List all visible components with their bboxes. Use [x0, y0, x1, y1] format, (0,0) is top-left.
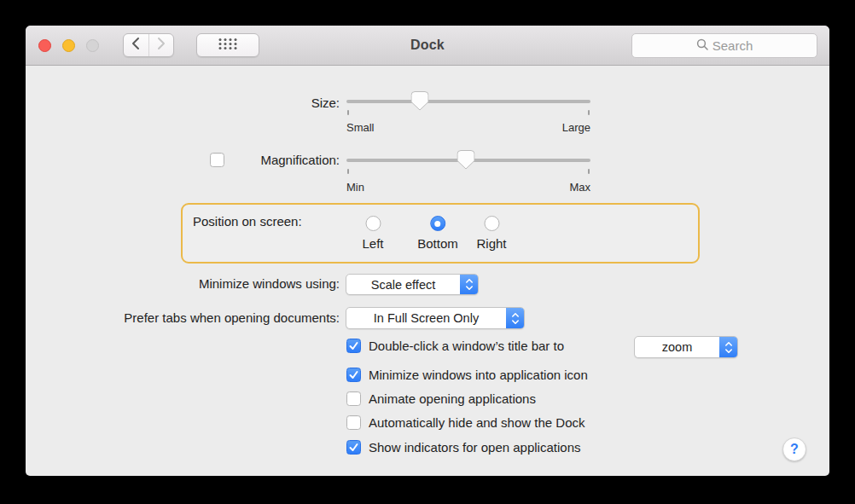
animate-opening-checkbox[interactable] [346, 391, 361, 406]
updown-chevrons-icon [506, 308, 524, 328]
minimize-effect-label: Minimize windows using: [199, 276, 340, 291]
radio-bottom-label: Bottom [417, 236, 458, 251]
size-label: Size: [311, 96, 340, 110]
row-animate-opening: Animate opening applications [346, 389, 536, 408]
show-indicators-checkbox[interactable] [346, 440, 361, 455]
prefer-tabs-dropdown[interactable]: In Full Screen Only [346, 307, 525, 329]
radio-right[interactable] [484, 216, 499, 231]
question-mark-icon: ? [790, 442, 799, 457]
radio-right-label: Right [476, 236, 506, 251]
radio-bottom[interactable] [430, 216, 445, 231]
magnification-checkbox[interactable] [210, 153, 224, 167]
size-min-label: Small [346, 121, 375, 134]
double-click-action-value: zoom [635, 340, 719, 354]
magnification-slider-track[interactable] [346, 159, 590, 162]
auto-hide-dock-checkbox[interactable] [346, 415, 361, 430]
position-option-right[interactable]: Right [476, 216, 506, 251]
show-indicators-label: Show indicators for open applications [369, 440, 580, 455]
dock-preferences-window: Dock Search Size: Small Large Magnificat… [26, 26, 829, 476]
updown-chevrons-icon [460, 275, 478, 294]
row-double-click-titlebar: Double-click a window’s title bar to [346, 334, 564, 356]
search-icon [696, 38, 708, 53]
minimize-into-icon-label: Minimize windows into application icon [369, 368, 588, 382]
prefer-tabs-value: In Full Screen Only [346, 311, 506, 325]
double-click-action-dropdown[interactable]: zoom [634, 336, 738, 358]
screenshot-background: Dock Search Size: Small Large Magnificat… [0, 0, 855, 504]
search-input[interactable]: Search [631, 33, 817, 58]
size-slider-track[interactable] [346, 100, 590, 103]
prefer-tabs-label: Prefer tabs when opening documents: [124, 310, 340, 325]
titlebar: Dock Search [26, 26, 829, 66]
help-button[interactable]: ? [782, 437, 806, 461]
double-click-label: Double-click a window’s title bar to [369, 339, 564, 353]
radio-left[interactable] [365, 216, 381, 231]
magnification-label: Magnification: [260, 153, 340, 167]
auto-hide-dock-label: Automatically hide and show the Dock [369, 415, 585, 430]
row-auto-hide-dock: Automatically hide and show the Dock [346, 413, 585, 432]
animate-opening-label: Animate opening applications [369, 391, 536, 406]
minimize-into-icon-checkbox[interactable] [346, 368, 361, 382]
size-tick-right [588, 110, 590, 115]
position-label: Position on screen: [193, 214, 302, 229]
size-max-label: Large [562, 121, 590, 134]
magnification-slider-thumb[interactable] [457, 150, 475, 170]
magnification-tick-left [347, 169, 349, 174]
magnification-tick-right [588, 169, 590, 174]
minimize-effect-dropdown[interactable]: Scale effect [346, 274, 479, 295]
position-option-left[interactable]: Left [362, 216, 383, 251]
size-tick-left [347, 110, 349, 115]
row-minimize-into-icon: Minimize windows into application icon [346, 365, 588, 384]
minimize-effect-value: Scale effect [346, 278, 460, 292]
double-click-checkbox[interactable] [346, 339, 361, 353]
row-show-indicators: Show indicators for open applications [346, 437, 580, 456]
magnification-min-label: Min [346, 181, 364, 194]
updown-chevrons-icon [719, 337, 737, 357]
position-option-bottom[interactable]: Bottom [417, 216, 458, 251]
search-placeholder: Search [712, 38, 753, 53]
magnification-max-label: Max [569, 181, 590, 194]
size-slider-thumb[interactable] [410, 91, 428, 111]
radio-left-label: Left [362, 236, 383, 251]
